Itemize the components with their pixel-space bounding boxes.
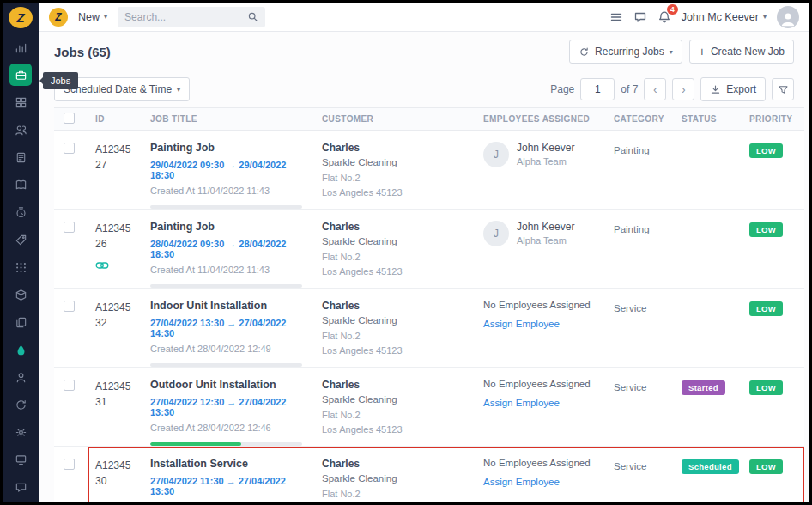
row-checkbox[interactable] [64, 222, 75, 233]
inventory-icon[interactable] [9, 283, 32, 306]
job-schedule: 27/04/2022 11:30 → 27/04/2022 13:30 [150, 476, 308, 496]
user-avatar[interactable] [777, 6, 799, 28]
knowledge-base-icon[interactable] [9, 173, 32, 196]
column-header-category[interactable]: CATEGORY [607, 114, 675, 124]
timesheets-icon[interactable] [9, 201, 32, 223]
job-title[interactable]: Outdoor Unit Installation [150, 379, 308, 391]
job-category: Service [614, 303, 646, 313]
column-header-employees[interactable]: EMPLOYEES ASSIGNED [476, 114, 607, 124]
user-menu[interactable]: John Mc Keever ▾ [682, 11, 767, 23]
apps-icon[interactable] [9, 256, 32, 278]
customers-icon[interactable] [9, 119, 32, 141]
assign-employee-link[interactable]: Assign Employee [483, 477, 600, 487]
recurring-link-icon[interactable] [95, 259, 109, 272]
job-schedule: 27/04/2022 12:30 → 27/04/2022 13:30 [150, 397, 308, 417]
jobs-icon[interactable] [9, 64, 32, 86]
notifications-bell-icon[interactable]: 4 [657, 10, 671, 24]
customer-company: Sparkle Cleaning [322, 236, 470, 246]
app-window: Z Jobs Z New ▾ 4 John Mc Keever [0, 0, 812, 505]
brand-logo-letter: Z [16, 10, 24, 25]
row-checkbox[interactable] [64, 301, 75, 312]
row-checkbox[interactable] [64, 459, 75, 470]
employee-unassigned: No Employees Assigned Assign Employee [483, 458, 600, 487]
priority-badge: LOW [749, 301, 783, 316]
sidebar: Z [3, 3, 39, 502]
create-new-job-button[interactable]: + Create New Job [689, 40, 794, 64]
table-row: A1234531 Outdoor Unit Installation 27/04… [54, 368, 804, 447]
job-created: Created At 11/04/2022 11:43 [150, 186, 308, 196]
customer-company: Sparkle Cleaning [322, 157, 470, 167]
tags-icon[interactable] [9, 228, 32, 251]
chat-icon[interactable] [9, 476, 32, 498]
employee-team: Alpha Team [517, 235, 574, 246]
row-checkbox[interactable] [64, 143, 75, 154]
documents-icon[interactable] [9, 311, 32, 333]
job-created: Created At 11/04/2022 11:43 [150, 265, 308, 275]
job-title[interactable]: Installation Service [150, 458, 308, 470]
customer-name: Charles [322, 379, 470, 391]
column-header-job-title[interactable]: JOB TITLE [143, 114, 315, 124]
list-icon[interactable] [609, 10, 623, 24]
assign-employee-link[interactable]: Assign Employee [483, 319, 600, 329]
services-icon[interactable] [9, 338, 32, 361]
column-header-priority[interactable]: PRIORITY [742, 114, 804, 124]
table-body: A1234527 Painting Job 29/04/2022 09:30 →… [54, 131, 804, 505]
brand-logo-small[interactable]: Z [49, 8, 68, 27]
job-title[interactable]: Indoor Unit Installation [150, 300, 308, 312]
dispatch-board-icon[interactable] [9, 91, 32, 113]
job-category: Service [614, 382, 646, 392]
dashboard-icon[interactable] [9, 36, 32, 58]
job-title[interactable]: Painting Job [150, 221, 308, 233]
brand-logo[interactable]: Z [9, 7, 33, 28]
search-input[interactable] [124, 11, 242, 23]
chevron-down-icon: ▾ [177, 86, 180, 94]
job-created: Created At 28/04/2022 12:45 [150, 502, 308, 505]
job-id: A1234526 [95, 221, 136, 252]
prev-page-button[interactable]: ‹ [644, 78, 666, 100]
page-label: Page [550, 83, 574, 95]
jobs-table: ID JOB TITLE CUSTOMER EMPLOYEES ASSIGNED… [54, 107, 804, 505]
column-header-customer[interactable]: CUSTOMER [315, 114, 476, 124]
chevron-down-icon: ▾ [670, 48, 673, 56]
job-title[interactable]: Painting Job [150, 142, 308, 154]
settings-icon[interactable] [9, 421, 32, 443]
recurring-jobs-button[interactable]: Recurring Jobs ▾ [569, 40, 682, 64]
devices-icon[interactable] [9, 448, 32, 471]
toolbar: Scheduled Date & Time ▾ Page of 7 ‹ › Ex… [39, 71, 809, 107]
page-input[interactable] [580, 78, 615, 100]
new-menu-button[interactable]: New ▾ [78, 11, 107, 23]
customer-name: Charles [322, 142, 470, 154]
job-id: A1234530 [95, 458, 136, 489]
workflows-icon[interactable] [9, 393, 32, 416]
employee-unassigned-label: No Employees Assigned [483, 379, 600, 389]
brand-logo-small-letter: Z [55, 11, 61, 23]
users-icon[interactable] [9, 366, 32, 388]
new-menu-label: New [78, 11, 100, 23]
column-header-id[interactable]: ID [88, 114, 143, 124]
column-header-status[interactable]: STATUS [675, 114, 742, 124]
filter-button[interactable] [772, 78, 794, 100]
page-header: Jobs (65) Recurring Jobs ▾ + Create New … [39, 32, 809, 71]
search-box[interactable] [118, 7, 265, 27]
employee-name: John Keever [517, 221, 574, 233]
job-created: Created At 28/04/2022 12:46 [150, 423, 308, 433]
search-icon[interactable] [247, 11, 258, 22]
header-actions: Recurring Jobs ▾ + Create New Job [569, 40, 794, 64]
assign-employee-link[interactable]: Assign Employee [483, 398, 600, 408]
export-button[interactable]: Export [700, 77, 766, 101]
invoices-icon[interactable] [9, 146, 32, 168]
job-id: A1234531 [95, 379, 136, 410]
chat-bubble-icon[interactable] [633, 10, 647, 24]
job-id: A1234532 [95, 300, 136, 331]
customer-address1: Flat No.2 [322, 487, 470, 502]
customer-company: Sparkle Cleaning [322, 394, 470, 405]
customer-address2: Los Angeles 45123 [322, 502, 470, 505]
row-checkbox[interactable] [64, 380, 75, 391]
employee-name: John Keever [517, 142, 574, 154]
next-page-button[interactable]: › [672, 78, 694, 100]
select-all-checkbox[interactable] [64, 113, 75, 124]
employee-assigned: J John Keever Alpha Team [483, 142, 600, 167]
sidebar-nav [9, 36, 32, 503]
status-badge: Scheduled [682, 459, 739, 474]
employee-assigned: J John Keever Alpha Team [483, 221, 600, 246]
